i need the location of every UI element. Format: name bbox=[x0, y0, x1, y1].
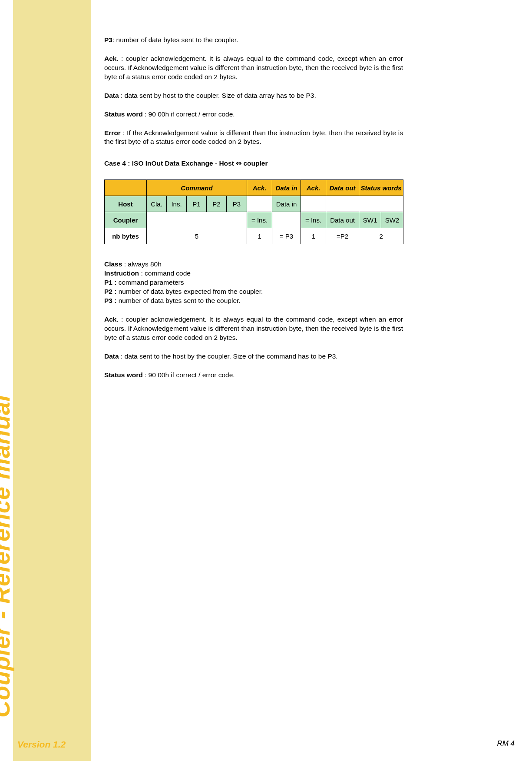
after-ack: Ack. : coupler acknowledgement. It is al… bbox=[104, 315, 403, 342]
case4-heading: Case 4 : ISO InOut Data Exchange - Host … bbox=[104, 160, 403, 167]
para-data: Data : data sent by host to the coupler.… bbox=[104, 91, 403, 100]
host-p3: P3 bbox=[227, 196, 247, 212]
definitions-list: Class : always 80h Instruction : command… bbox=[104, 260, 403, 306]
def-p3: P3 : number of data bytes sent to the co… bbox=[104, 296, 403, 306]
host-ins: Ins. bbox=[167, 196, 187, 212]
host-ack1-empty bbox=[247, 196, 272, 212]
status-text: : 90 00h if correct / error code. bbox=[143, 110, 235, 118]
def-p1: P1 : command parameters bbox=[104, 278, 403, 287]
nb-sw: 2 bbox=[359, 228, 403, 244]
after-status-t: : 90 00h if correct / error code. bbox=[143, 371, 235, 379]
table-nb-row: nb bytes 5 1 = P3 1 =P2 2 bbox=[105, 228, 403, 244]
hdr-data-in: Data in bbox=[272, 180, 301, 196]
ack-label: Ack bbox=[104, 55, 116, 62]
nb-dataout: =P2 bbox=[326, 228, 359, 244]
def-class: Class : always 80h bbox=[104, 260, 403, 269]
host-p2: P2 bbox=[207, 196, 227, 212]
coupler-cmd-empty bbox=[147, 212, 247, 228]
error-label: Error bbox=[104, 129, 121, 136]
after-status-b: Status word bbox=[104, 371, 143, 379]
ack-text: . : coupler acknowledgement. It is alway… bbox=[104, 55, 403, 80]
status-label: Status word bbox=[104, 110, 143, 118]
host-label: Host bbox=[105, 196, 147, 212]
nb-cmd: 5 bbox=[147, 228, 247, 244]
host-cla: Cla. bbox=[147, 196, 167, 212]
p3-text: : number of data bytes sent to the coupl… bbox=[112, 36, 238, 43]
case4-table: Command Ack. Data in Ack. Data out Statu… bbox=[104, 179, 403, 244]
main-content: P3: number of data bytes sent to the cou… bbox=[104, 36, 403, 389]
host-datain: Data in bbox=[272, 196, 301, 212]
hdr-status-words: Status words bbox=[359, 180, 403, 196]
def-instruction: Instruction : command code bbox=[104, 269, 403, 278]
sidebar-title: Coupler - Reference manual bbox=[0, 44, 15, 718]
table-coupler-row: Coupler = Ins. = Ins. Data out SW1 SW2 bbox=[105, 212, 403, 228]
def-p1-b: P1 : bbox=[104, 279, 116, 286]
para-error: Error : If the Acknowledgement value is … bbox=[104, 129, 403, 147]
hdr-command: Command bbox=[147, 180, 247, 196]
def-instr-t: : command code bbox=[139, 269, 191, 277]
table-header-row: Command Ack. Data in Ack. Data out Statu… bbox=[105, 180, 403, 196]
coupler-ack1: = Ins. bbox=[247, 212, 272, 228]
coupler-label: Coupler bbox=[105, 212, 147, 228]
para-status: Status word : 90 00h if correct / error … bbox=[104, 110, 403, 119]
coupler-sw1: SW1 bbox=[359, 212, 381, 228]
error-text: : If the Acknowledgement value is differ… bbox=[104, 129, 403, 146]
after-status: Status word : 90 00h if correct / error … bbox=[104, 371, 403, 380]
hdr-data-out: Data out bbox=[326, 180, 359, 196]
def-p3-t: number of data bytes sent to the coupler… bbox=[116, 297, 240, 304]
def-p2-b: P2 : bbox=[104, 288, 116, 295]
hdr-ack2: Ack. bbox=[301, 180, 326, 196]
coupler-datain-empty bbox=[272, 212, 301, 228]
version-label: Version 1.2 bbox=[17, 739, 66, 750]
para-p3: P3: number of data bytes sent to the cou… bbox=[104, 36, 403, 45]
coupler-ack2: = Ins. bbox=[301, 212, 326, 228]
sidebar: Coupler - Reference manual Version 1.2 bbox=[13, 0, 91, 761]
nb-datain: = P3 bbox=[272, 228, 301, 244]
def-class-b: Class bbox=[104, 260, 122, 268]
nb-ack2: 1 bbox=[301, 228, 326, 244]
def-instr-b: Instruction bbox=[104, 269, 139, 277]
nb-label: nb bytes bbox=[105, 228, 147, 244]
hdr-blank bbox=[105, 180, 147, 196]
def-p3-b: P3 : bbox=[104, 297, 116, 304]
host-dataout-empty bbox=[326, 196, 359, 212]
after-data-b: Data bbox=[104, 352, 119, 360]
after-data-t: : data sent to the host by the coupler. … bbox=[119, 352, 338, 360]
table-host-row: Host Cla. Ins. P1 P2 P3 Data in bbox=[105, 196, 403, 212]
after-ack-t: . : coupler acknowledgement. It is alway… bbox=[104, 316, 403, 341]
page-number: RM 4 bbox=[497, 739, 515, 748]
hdr-ack1: Ack. bbox=[247, 180, 272, 196]
def-p2: P2 : number of data bytes expected from … bbox=[104, 287, 403, 296]
host-sw-empty bbox=[359, 196, 403, 212]
def-class-t: : always 80h bbox=[122, 260, 161, 268]
data-label: Data bbox=[104, 92, 119, 99]
def-p2-t: number of data bytes expected from the c… bbox=[116, 288, 263, 295]
def-p1-t: command parameters bbox=[116, 279, 184, 286]
page: Coupler - Reference manual Version 1.2 P… bbox=[0, 0, 532, 761]
host-ack2-empty bbox=[301, 196, 326, 212]
after-ack-b: Ack bbox=[104, 316, 116, 323]
p3-label: P3 bbox=[104, 36, 112, 43]
coupler-dataout: Data out bbox=[326, 212, 359, 228]
nb-ack1: 1 bbox=[247, 228, 272, 244]
data-text: : data sent by host to the coupler. Size… bbox=[119, 92, 316, 99]
coupler-sw2: SW2 bbox=[381, 212, 403, 228]
para-ack: Ack. : coupler acknowledgement. It is al… bbox=[104, 54, 403, 82]
host-p1: P1 bbox=[187, 196, 207, 212]
after-data: Data : data sent to the host by the coup… bbox=[104, 352, 403, 361]
